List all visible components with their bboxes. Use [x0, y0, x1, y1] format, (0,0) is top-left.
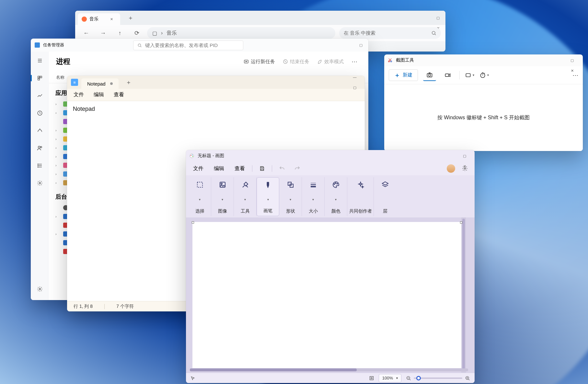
breadcrumb[interactable]: 音乐 — [167, 30, 177, 37]
close-tab-icon[interactable]: ✕ — [110, 17, 113, 21]
minimize-button[interactable]: — — [347, 76, 362, 82]
search-placeholder: 在 音乐 中搜索 — [344, 30, 375, 36]
photo-mode-button[interactable] — [423, 69, 436, 81]
sidebar-item-performance[interactable] — [33, 90, 46, 101]
page-title: 进程 — [56, 57, 70, 66]
menu-edit[interactable]: 编辑 — [94, 91, 104, 98]
chevron-down-icon[interactable]: ▾ — [267, 198, 269, 201]
chevron-down-icon[interactable]: ▾ — [244, 198, 246, 201]
unsaved-dot-icon — [110, 82, 113, 85]
zoom-out-button[interactable] — [406, 376, 411, 381]
svg-marker-57 — [382, 182, 388, 185]
svg-point-35 — [480, 73, 485, 77]
nav-back-icon[interactable]: ← — [80, 27, 93, 40]
snip-shape-dropdown[interactable]: ▾ — [465, 72, 474, 78]
chevron-down-icon[interactable]: ▾ — [222, 198, 223, 201]
resize-handle[interactable] — [460, 221, 462, 224]
maximize-button[interactable]: ▢ — [457, 151, 472, 161]
new-snip-button[interactable]: ＋ 新建 — [389, 69, 418, 81]
nav-up-icon[interactable]: ↑ — [113, 27, 126, 40]
svg-point-54 — [334, 184, 334, 184]
maximize-button[interactable]: ▢ — [565, 55, 580, 65]
undo-button[interactable] — [276, 163, 288, 174]
chevron-down-icon: ▾ — [487, 73, 489, 77]
chevron-down-icon[interactable]: ▾ — [312, 198, 314, 201]
search-box[interactable]: 键入要搜索的名称、发布者或 PID — [133, 41, 243, 50]
chevron-down-icon[interactable]: ▾ — [335, 198, 337, 201]
image-icon — [218, 180, 227, 190]
sidebar-item-startup[interactable] — [33, 125, 46, 136]
hamburger-icon[interactable] — [33, 55, 46, 66]
save-button[interactable] — [256, 163, 268, 174]
zoom-in-button[interactable] — [465, 376, 470, 381]
resize-handle[interactable] — [192, 221, 194, 224]
device-icon: ▢ — [152, 30, 157, 36]
sidebar-item-details[interactable] — [33, 160, 46, 171]
svg-point-42 — [192, 156, 193, 157]
svg-point-13 — [40, 146, 42, 148]
menu-file[interactable]: 文件 — [74, 91, 84, 98]
settings-button[interactable] — [34, 283, 46, 295]
chevron-down-icon[interactable]: ▾ — [290, 198, 291, 201]
fit-screen-button[interactable] — [369, 376, 374, 381]
maximize-button[interactable]: ▢ — [353, 40, 368, 50]
sidebar-item-users[interactable] — [33, 142, 46, 154]
chevron-down-icon[interactable]: ▾ — [199, 198, 201, 201]
svg-rect-46 — [197, 182, 202, 187]
redo-button[interactable] — [292, 163, 303, 174]
vertical-scrollbar[interactable] — [461, 217, 466, 373]
run-new-task-button[interactable]: 运行新任务 — [240, 57, 279, 67]
account-avatar[interactable] — [447, 164, 455, 173]
paint-window: 无标题 - 画图 — ▢ ✕ 文件 编辑 查看 ▾ 选择 ▾ 图像 ▾ — [186, 150, 475, 383]
menu-edit[interactable]: 编辑 — [211, 163, 227, 174]
sidebar-item-services[interactable] — [33, 177, 46, 189]
column-name[interactable]: 名称 — [56, 75, 64, 80]
ribbon-group-image[interactable]: ▾ 图像 — [211, 177, 234, 216]
nav-forward-icon[interactable]: → — [97, 27, 110, 40]
svg-rect-9 — [38, 78, 40, 80]
ribbon-group-layer[interactable]: 层 — [374, 177, 397, 216]
notepad-tab[interactable]: Notepad — [81, 78, 119, 89]
svg-rect-47 — [220, 182, 225, 187]
ribbon-group-select[interactable]: ▾ 选择 — [189, 177, 211, 216]
canvas[interactable] — [192, 222, 461, 368]
efficiency-mode-button[interactable]: 效率模式 — [313, 57, 348, 67]
tab-label: 音乐 — [89, 16, 98, 22]
sidebar-item-history[interactable] — [33, 107, 46, 119]
ribbon: ▾ 选择 ▾ 图像 ▾ 工具 ▾ 画笔 ▾ 形状 ▾ 大小 — [186, 175, 475, 217]
ribbon-group-cocreate[interactable]: 共同创作者 — [347, 177, 374, 216]
taskmgr-app-icon — [35, 42, 40, 48]
hint-text: 按 Windows 徽标键 + Shift + S 开始截图 — [437, 114, 530, 121]
zoom-slider[interactable] — [414, 378, 462, 379]
ribbon-group-size[interactable]: ▾ 大小 — [302, 177, 325, 216]
chevron-down-icon: ▾ — [473, 73, 474, 77]
settings-button[interactable] — [459, 163, 471, 174]
refresh-icon[interactable]: ⟳ — [130, 27, 143, 40]
layers-icon — [380, 180, 390, 190]
end-task-button[interactable]: 结束任务 — [279, 57, 313, 67]
snip-delay-dropdown[interactable]: ▾ — [479, 72, 489, 78]
menu-view[interactable]: 查看 — [114, 91, 124, 98]
maximize-button[interactable]: ▢ — [347, 82, 362, 93]
zoom-dropdown[interactable]: 100% ▾ — [379, 374, 401, 382]
status-cursor: 行 1, 列 8 — [74, 304, 93, 309]
address-bar[interactable]: ▢ › 音乐 — [147, 27, 335, 39]
tab-music[interactable]: 音乐 ✕ — [78, 13, 120, 25]
menu-file[interactable]: 文件 — [190, 163, 207, 174]
new-tab-button[interactable]: ＋ — [123, 77, 134, 88]
horizontal-scrollbar[interactable] — [190, 368, 468, 371]
more-button[interactable]: ⋯ — [572, 72, 578, 79]
paint-app-icon — [189, 153, 194, 158]
search-box[interactable]: 在 音乐 中搜索 — [339, 27, 441, 39]
more-button[interactable]: ⋯ — [348, 56, 361, 67]
ribbon-group-color[interactable]: ▾ 颜色 — [325, 177, 347, 216]
video-mode-button[interactable] — [441, 69, 454, 81]
sidebar-item-processes[interactable] — [33, 72, 46, 84]
ribbon-group-tools[interactable]: ▾ 工具 — [234, 177, 257, 216]
sidebar — [31, 52, 49, 300]
ribbon-group-brush[interactable]: ▾ 画笔 — [257, 177, 279, 216]
ribbon-group-shape[interactable]: ▾ 形状 — [279, 177, 302, 216]
new-tab-button[interactable]: ＋ — [125, 13, 136, 23]
menu-view[interactable]: 查看 — [231, 163, 248, 174]
maximize-button[interactable]: ▢ — [431, 13, 445, 23]
